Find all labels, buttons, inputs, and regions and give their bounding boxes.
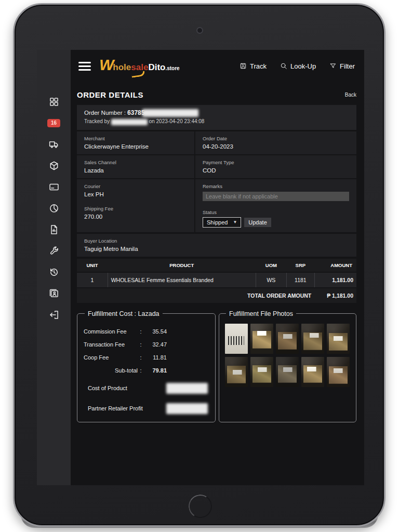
page-title: ORDER DETAILS <box>77 90 143 99</box>
save-icon <box>240 62 247 70</box>
id-card-icon <box>49 288 59 299</box>
total-value: ₱ 1,181.00 <box>314 288 356 303</box>
field-sales-channel: Sales Channel Lazada <box>77 155 194 178</box>
fulfillment-photo-thumbnail[interactable] <box>225 324 248 354</box>
table-header-row: UNIT PRODUCT UOM SRP AMOUNT <box>77 259 356 272</box>
fee-line: Coop Fee:11.81 <box>84 354 209 361</box>
sidebar-item-reports[interactable] <box>47 203 61 214</box>
page-content: ORDER DETAILS Back Order Number : 63785 … <box>71 82 364 485</box>
tablet-frame: 16 <box>13 3 385 527</box>
cost-of-product-line: Cost of Product <box>84 383 209 394</box>
fee-line: Commission Fee:35.54 <box>84 328 209 335</box>
fulfillment-photo-thumbnail[interactable] <box>301 324 324 354</box>
history-icon <box>49 267 59 277</box>
update-button[interactable]: Update <box>244 218 271 227</box>
sidebar-item-dashboard[interactable] <box>47 97 61 107</box>
fulfillment-photos-box: Fulfillment File Photos <box>219 310 356 422</box>
page: 16 <box>0 0 399 532</box>
sidebar-item-products[interactable] <box>47 161 61 171</box>
fulfillment-cost-legend: Fulfillment Cost : Lazada <box>85 310 163 317</box>
order-number: Order Number : 63785 <box>84 109 349 117</box>
notification-badge: 16 <box>47 119 60 127</box>
fulfillment-photo-thumbnail[interactable] <box>225 357 248 387</box>
photo-grid <box>225 324 350 387</box>
back-button[interactable]: Back <box>345 92 356 98</box>
nav-filter[interactable]: Filter <box>329 62 355 70</box>
logo-w: W <box>99 60 113 70</box>
fulfillment-photo-thumbnail[interactable] <box>276 357 299 387</box>
field-payment-type: Payment Type COD <box>195 155 356 178</box>
remarks-input[interactable] <box>203 192 349 201</box>
sidebar-item-deliveries[interactable] <box>47 139 61 150</box>
nav-lookup[interactable]: Look-Up <box>280 62 316 70</box>
fulfillment-photo-thumbnail[interactable] <box>250 357 273 387</box>
grid-icon <box>49 97 59 107</box>
app-screen: 16 <box>37 50 364 485</box>
fulfillment-photo-thumbnail[interactable] <box>276 324 299 354</box>
redacted-partner-profit <box>166 403 208 414</box>
fulfillment-photo-thumbnail[interactable] <box>301 357 324 387</box>
sidebar: 16 <box>37 50 71 485</box>
fulfillment-photos-legend: Fulfillment File Photos <box>226 310 296 317</box>
partner-retailer-profit-line: Partner Retailer Profit <box>84 403 209 414</box>
sidebar-item-tools[interactable] <box>47 246 61 256</box>
field-buyer-location: Buyer Location Taguig Metro Manila <box>77 234 356 257</box>
order-items-table: UNIT PRODUCT UOM SRP AMOUNT 1 WHOLESALE … <box>77 259 356 303</box>
status-select[interactable]: Shipped ▼ <box>203 217 241 228</box>
search-icon <box>280 62 287 70</box>
sidebar-item-documents[interactable] <box>47 224 61 235</box>
credit-card-icon <box>49 182 59 192</box>
fulfillment-photo-thumbnail[interactable] <box>327 324 350 354</box>
hamburger-menu-icon[interactable] <box>78 60 91 73</box>
pie-chart-icon <box>49 203 59 214</box>
table-row: 1 WHOLESALE Femme Essentials Branded WS … <box>77 272 356 288</box>
logout-icon <box>49 310 59 320</box>
sidebar-item-logout[interactable] <box>47 310 61 320</box>
sidebar-item-notifications[interactable]: 16 <box>47 118 61 128</box>
redacted-cost-of-product <box>166 383 208 394</box>
total-label: TOTAL ORDER AMOUNT <box>77 288 314 303</box>
package-icon <box>49 161 59 171</box>
fulfillment-photo-thumbnail[interactable] <box>327 357 350 387</box>
main-area: WholesaleDito.store Track Look-Up <box>71 50 364 485</box>
order-number-panel: Order Number : 63785 Tracked by on 2023-… <box>77 105 356 130</box>
wrench-icon <box>49 246 59 256</box>
nav-track[interactable]: Track <box>240 62 267 70</box>
sidebar-item-contacts[interactable] <box>47 288 61 299</box>
truck-icon <box>49 139 59 150</box>
sidebar-item-history[interactable] <box>47 267 61 277</box>
top-nav: Track Look-Up Filter <box>240 62 355 70</box>
field-courier-shipping: Courier Lex PH Shipping Fee 270.00 <box>77 179 194 232</box>
redacted-tracker-name <box>111 119 148 125</box>
home-button[interactable] <box>187 493 214 520</box>
fulfillment-photo-thumbnail[interactable] <box>250 324 273 354</box>
field-order-date: Order Date 04-20-2023 <box>195 131 356 154</box>
subtotal-line: Sub-total:79.81 <box>84 367 209 374</box>
table-total-row: TOTAL ORDER AMOUNT ₱ 1,181.00 <box>77 288 356 303</box>
brand-logo[interactable]: WholesaleDito.store <box>99 60 180 73</box>
redacted-order-number <box>142 109 198 117</box>
tracked-by: Tracked by on 2023-04-20 23:44:08 <box>84 118 349 125</box>
file-chart-icon <box>49 224 59 235</box>
sidebar-item-payments[interactable] <box>47 182 61 192</box>
front-camera <box>196 27 203 34</box>
top-bar: WholesaleDito.store Track Look-Up <box>71 50 364 82</box>
fee-line: Transaction Fee:32.47 <box>84 341 209 348</box>
filter-icon <box>329 62 337 70</box>
field-remarks-status: Remarks Status Shipped ▼ <box>195 179 356 232</box>
chevron-down-icon: ▼ <box>233 220 237 224</box>
field-merchant: Merchant Clickerwayne Enterprise <box>77 131 194 154</box>
fulfillment-cost-box: Fulfillment Cost : Lazada Commission Fee… <box>77 310 216 422</box>
order-detail-grid: Merchant Clickerwayne Enterprise Order D… <box>77 131 356 232</box>
